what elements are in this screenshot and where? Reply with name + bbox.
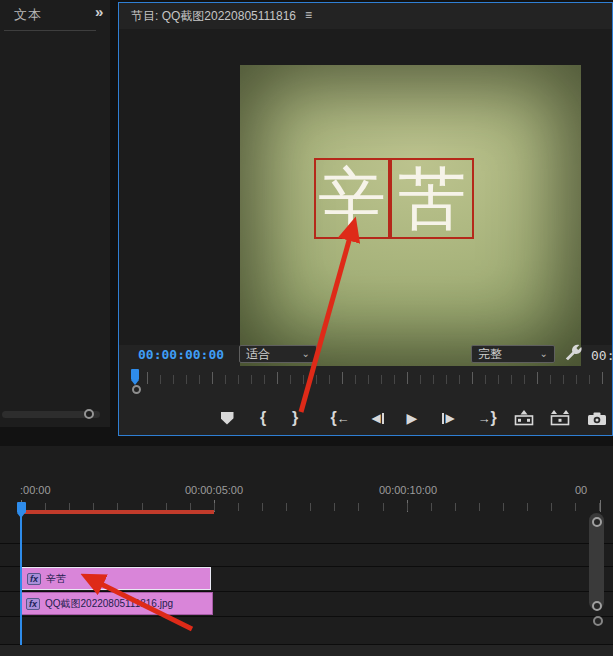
playhead[interactable] [17,502,26,513]
frame-bar-icon [382,413,384,424]
preview-character: 苦 [398,165,466,233]
fx-badge: fx [27,573,41,585]
timeline-clip-text[interactable]: fx 辛苦 [21,567,211,590]
mark-in-icon: { [260,410,266,426]
scrollbar-handle[interactable] [593,616,603,626]
scrollbar-handle[interactable] [592,517,602,527]
preview-character: 辛 [318,165,386,233]
clip-name: QQ截图20220805111816.jpg [45,597,173,611]
timeline-panel: :00:00 00:00:05:00 00:00:10:00 00 fx 辛苦 … [0,446,613,656]
zoom-scroll-handle[interactable] [132,385,141,394]
chevron-down-icon: ⌄ [302,349,310,359]
frame-bar-icon [442,413,444,424]
panel-title: 节目: QQ截图20220805111816 [131,8,296,25]
step-back-button[interactable]: ◀ [365,405,391,431]
video-viewer: 辛 苦 [119,29,612,345]
export-frame-button[interactable] [584,405,610,431]
panel-menu-icon[interactable]: ≡ [305,8,312,22]
camera-icon [587,411,607,426]
right-arrow-icon: → [477,412,490,425]
playback-quality-value: 完整 [478,346,502,363]
text-highlight-box: 辛 [314,158,390,239]
ruler-label: 00 [575,484,587,496]
program-monitor-panel: 节目: QQ截图20220805111816 ≡ 辛 苦 00:00:00:00… [118,2,613,436]
preview-frame: 辛 苦 [240,65,581,366]
tab-text[interactable]: 文本 [14,6,42,24]
lift-button[interactable] [511,405,537,431]
extract-icon [549,410,571,426]
fx-badge: fx [26,598,40,610]
vertical-scrollbar[interactable] [589,513,604,610]
text-panel: 文本 » [0,0,110,427]
timeline-bottom-strip [0,645,613,656]
scrollbar-handle[interactable] [592,601,602,611]
step-forward-button[interactable]: ▶ [435,405,461,431]
goto-out-icon: } [490,410,496,426]
left-arrow-icon: ← [337,412,350,425]
add-marker-button[interactable] [214,405,240,431]
step-forward-icon: ▶ [445,412,454,424]
chevron-down-icon: ⌄ [540,349,548,359]
clip-name: 辛苦 [46,572,66,586]
extract-button[interactable] [547,405,573,431]
track-divider [0,543,613,544]
text-highlight-box: 苦 [390,158,474,239]
playhead-line [20,506,22,656]
monitor-ruler-major-ticks [147,372,607,384]
current-timecode[interactable]: 00:00:00:00 [138,347,224,362]
track-divider [0,616,613,617]
playback-quality-select[interactable]: 完整 ⌄ [471,345,555,363]
zoom-level-value: 适合 [246,346,270,363]
wrench-icon[interactable] [563,343,583,363]
scrollbar-handle[interactable] [84,409,94,419]
monitor-playhead[interactable] [131,369,139,380]
mark-out-button[interactable]: } [282,405,308,431]
ruler-label: 00:00:05:00 [185,484,243,496]
goto-in-button[interactable]: {← [327,405,353,431]
tab-underline [4,30,96,31]
lift-icon [513,410,535,426]
premiere-window: 文本 » 节目: QQ截图20220805111816 ≡ 辛 苦 00:00:… [0,0,613,656]
mark-in-button[interactable]: { [250,405,276,431]
play-button[interactable]: ▶ [399,405,425,431]
play-icon: ▶ [407,411,418,425]
panel-expand-icon[interactable]: » [95,3,103,20]
render-bar [21,510,214,514]
ruler-label: :00:00 [20,484,51,496]
ruler-label: 00:00:10:00 [379,484,437,496]
zoom-level-select[interactable]: 适合 ⌄ [239,345,317,363]
timeline-clip-image[interactable]: fx QQ截图20220805111816.jpg [21,592,213,615]
step-back-icon: ◀ [371,412,380,424]
goto-out-button[interactable]: →} [474,405,500,431]
duration-timecode: 00: [591,348,613,363]
mark-out-icon: } [292,410,298,426]
marker-icon [221,412,234,425]
